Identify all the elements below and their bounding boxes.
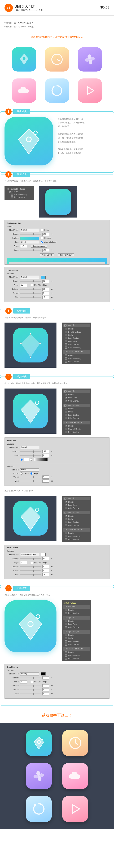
fan-icon [26, 763, 52, 789]
issue-number: NO.03 [100, 5, 110, 9]
clock-icon [45, 47, 69, 71]
inner-glow-panel: Inner Glow Structure Blend Mode:Normal O… [4, 437, 110, 486]
step-2-block: 2 底座样式 已经讲过了具体操作看板的做法，具体参数为只给生效中分享。 ✓Rou… [0, 174, 114, 309]
step-number: 4 [5, 374, 12, 380]
base-preview [39, 186, 77, 218]
example-icon-grid [0, 44, 114, 110]
cloud-icon [12, 79, 36, 103]
step-label: 添加样式 [13, 374, 30, 379]
step-4-block: 4 添加样式 在二个复制上刚简单个中改变个色块，制单前刚刚点添，将样参数较一个加… [0, 376, 114, 586]
svg-point-5 [34, 131, 37, 134]
intro-text: 这次看图理解图片的，连行为度代小清新约美...... [0, 32, 114, 44]
location-icon [26, 730, 52, 756]
step-3-block: 3 形状绘制 在这块上用钢笔勾动出二个图形，只行缩自随意啦。 ✓ Shape 1… [0, 311, 114, 375]
title-sub: ICON制作第03------小清新 [14, 9, 43, 11]
credits: 软件名称下载：ADOBECC(全套)* 软件名称下载：花花0926【葛晓慧】 [0, 16, 114, 32]
step-number: 1 [5, 108, 12, 115]
title-main: UI设计入门之 [14, 4, 43, 9]
cloud-icon [62, 763, 88, 789]
logo: U UI设计入门之 ICON制作第03------小清新 [4, 4, 43, 12]
header-titles: UI设计入门之 ICON制作第03------小清新 [14, 4, 43, 11]
inner-shadow-panel: Inner Shadow Structure Blend Mode:Linear… [4, 545, 110, 579]
fan-icon [78, 47, 102, 71]
step-number: 2 [5, 172, 12, 178]
final-icon-grid [0, 723, 114, 829]
svg-rect-8 [30, 356, 31, 358]
location-icon [12, 47, 36, 71]
svg-point-13 [36, 615, 40, 619]
svg-point-0 [23, 57, 26, 60]
step-number: 5 [5, 585, 12, 591]
step4-preview-a [4, 389, 56, 434]
drop-shadow-panel: Drop Shadow Structure Blend Mode:Normal … [4, 267, 110, 302]
fx-panel-5: ◉ 圆点（Ellipse） ✓ Ellipse 1 fx ✓Effects ✓D… [62, 600, 91, 661]
step-2-desc: 已经讲过了具体操作看板的做法，具体参数为只给生效中分享。 [4, 180, 110, 183]
step-label: 完善样式 [13, 586, 30, 591]
step-1-block: 1 最终样式 作图思路和效果图全相同，这 次从一张栏然，次从下分通放实 践，然描… [0, 112, 114, 173]
step-4-desc: 在二个复制上刚简单个中改变个色块，制单前刚刚点添，将样参数较一个加： [4, 382, 110, 385]
ps-layers-panel: ✓Rounded Rectangle ✓Effects ✓Gradient Ov… [4, 186, 34, 200]
gradient-bar[interactable] [7, 258, 107, 262]
try-these-title: 试着做举下这些： [0, 707, 114, 723]
step-1-notes: 作图思路和效果图全相同，这 次从一张栏然，次从下分通放实 践，然描板衣。 里然都… [58, 117, 110, 155]
step-5-block: 5 完善样式 在标用上加多个小图形，模多些参数应该可以送分有设： ◉ 圆点（El… [0, 588, 114, 706]
gradient-overlay-panel: Gradient Overlay Gradient Blend Mode:Nor… [4, 220, 110, 265]
svg-line-3 [57, 59, 60, 61]
refresh-icon [45, 79, 69, 103]
step-label: 形状绘制 [13, 308, 30, 313]
svg-point-15 [41, 738, 43, 740]
step-label: 最终样式 [13, 109, 30, 114]
step5-preview [4, 600, 56, 652]
svg-rect-6 [30, 333, 31, 335]
step-label: 底座样式 [13, 172, 30, 177]
shape-drawing-preview [4, 322, 56, 368]
final-preview-icon [4, 117, 53, 165]
drop-shadow-panel-2: Drop Shadow Structure Blend Mode:Multipl… [4, 664, 110, 699]
svg-point-10 [35, 401, 39, 404]
clock-icon [62, 730, 88, 756]
fx-panel-2: ✓ Shape 1 fx ✓Effects ✓Inner Glow ✓Color… [62, 389, 91, 435]
step4-preview-b [4, 496, 56, 541]
svg-line-18 [75, 743, 78, 745]
play-icon [62, 796, 88, 822]
step-4-desc-2: 正定标题图形添加，内阴影到效果： [4, 489, 110, 492]
step-number: 3 [5, 308, 12, 314]
svg-rect-9 [20, 343, 22, 344]
step-5-desc: 在标用上加多个小图形，模多些参数应该可以送分有设： [4, 593, 110, 597]
tutorial-header: U UI设计入门之 ICON制作第03------小清新 NO.03 [0, 0, 114, 16]
fx-panel: ✓ Shape 1 fx Effects Bevel & Emboss Stro… [62, 322, 91, 364]
svg-point-11 [35, 508, 39, 512]
step-3-desc: 在这块上用钢笔勾动出二个图形，只行缩自随意啦。 [4, 316, 110, 319]
logo-icon: U [4, 4, 13, 12]
svg-rect-7 [39, 343, 41, 344]
refresh-icon [26, 796, 52, 822]
play-icon [78, 79, 102, 103]
fx-panel-3: ✓ Shape 1 fx ✓Effects ✓Inner Glow ✓Color… [62, 496, 91, 542]
